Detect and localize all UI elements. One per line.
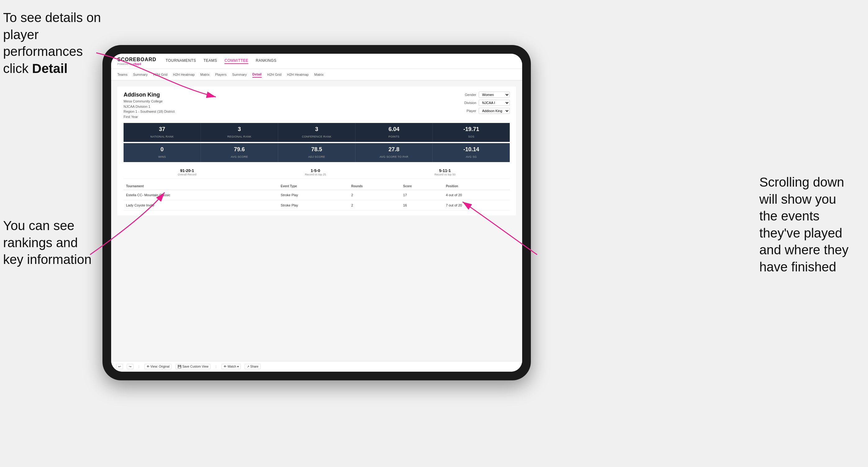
player-year: First Year [124, 114, 175, 120]
subnav-h2h-grid[interactable]: H2H Grid [153, 72, 167, 77]
avg-sg-value: -10.14 [435, 146, 507, 153]
regional-rank-label: Regional Rank [227, 135, 251, 138]
record-overall-label: Overall Record [178, 173, 196, 176]
table-row: Estella CC- Mountain Classic Stroke Play… [124, 190, 510, 200]
main-nav: TOURNAMENTS TEAMS COMMITTEE RANKINGS [166, 58, 277, 64]
subnav-h2h-heatmap[interactable]: H2H Heatmap [173, 72, 195, 77]
view-label: View: Original [151, 365, 170, 368]
stat-sos: -19.71 SoS [433, 123, 510, 142]
rounds-2: 2 [349, 200, 400, 211]
avg-score-value: 79.6 [203, 146, 275, 153]
record-top25: 1-5-0 Record vs top 25 [305, 168, 326, 176]
position-2: 7 out of 20 [443, 200, 510, 211]
save-label: Save Custom View [182, 365, 208, 368]
division-select[interactable]: NJCAA I [479, 100, 510, 106]
conference-rank-value: 3 [281, 126, 353, 132]
points-label: Points [389, 135, 399, 138]
nav-committee[interactable]: COMMITTEE [224, 58, 248, 64]
division-control: Division NJCAA I [464, 100, 510, 106]
nav-tournaments[interactable]: TOURNAMENTS [166, 58, 196, 64]
player-header: Addison King Mesa Community College NJCA… [124, 92, 510, 119]
adj-score-value: 78.5 [281, 146, 353, 153]
regional-rank-value: 3 [203, 126, 275, 132]
col-position: Position [443, 183, 510, 190]
wins-label: Wins [158, 155, 166, 158]
watch-icon: 👁 [223, 365, 227, 368]
subnav-players[interactable]: Players [215, 72, 227, 77]
record-top50-label: Record vs top 50 [434, 173, 456, 176]
division-label: Division [464, 101, 476, 105]
record-top50-value: 5-11-1 [434, 168, 456, 173]
national-rank-label: National Rank [150, 135, 174, 138]
share-label: Share [250, 365, 258, 368]
bottom-toolbar: ↩ ↪ | 👁 View: Original 💾 Save Custom Vie… [111, 361, 522, 372]
subnav-detail[interactable]: Detail [252, 71, 262, 77]
save-custom-button[interactable]: 💾 Save Custom View [176, 364, 211, 369]
share-button[interactable]: ↗ Share [245, 364, 261, 369]
undo-button[interactable]: ↩ [116, 364, 123, 369]
stat-national-rank: 37 National Rank [124, 123, 201, 142]
player-name: Addison King [124, 92, 175, 98]
event-type-1: Stroke Play [278, 190, 349, 200]
score-2: 16 [401, 200, 444, 211]
annotation-right: Scrolling down will show you the events … [760, 174, 865, 276]
position-1: 4 out of 20 [443, 190, 510, 200]
wins-value: 0 [126, 146, 198, 153]
record-top50: 5-11-1 Record vs top 50 [434, 168, 456, 176]
watch-button[interactable]: 👁 Watch ▾ [221, 364, 241, 369]
nav-teams[interactable]: TEAMS [204, 58, 217, 64]
subnav-teams[interactable]: Teams [117, 72, 127, 77]
conference-rank-label: Conference Rank [302, 135, 331, 138]
avg-score-par-value: 27.8 [358, 146, 430, 153]
sub-nav: Teams Summary H2H Grid H2H Heatmap Matri… [111, 69, 522, 81]
save-icon: 💾 [178, 365, 181, 368]
subnav-matrix[interactable]: Matrix [200, 72, 210, 77]
subnav-h2h-grid2[interactable]: H2H Grid [267, 72, 282, 77]
player-card: Addison King Mesa Community College NJCA… [117, 87, 516, 216]
logo-scoreboard: SCOREBOARD [117, 57, 156, 62]
record-overall: 91-20-1 Overall Record [178, 168, 196, 176]
stats-row-2: 0 Wins 79.6 Avg Score 78.5 Adj Score 27.… [124, 143, 510, 162]
gender-select[interactable]: Women [479, 92, 510, 98]
stat-points: 6.04 Points [355, 123, 433, 142]
top-nav: SCOREBOARD Powered by clippd TOURNAMENTS… [111, 54, 522, 69]
score-1: 17 [401, 190, 444, 200]
annotation-bottom-left: You can see rankings and key information [3, 217, 102, 268]
watch-label: Watch [227, 365, 236, 368]
event-type-2: Stroke Play [278, 200, 349, 211]
redo-button[interactable]: ↪ [127, 364, 133, 369]
view-original-button[interactable]: 👁 View: Original [144, 364, 172, 369]
subnav-summary2[interactable]: Summary [232, 72, 247, 77]
tournament-table: Tournament Event Type Rounds Score Posit… [124, 183, 510, 211]
adj-score-label: Adj Score [308, 155, 325, 158]
tablet-screen: SCOREBOARD Powered by clippd TOURNAMENTS… [111, 54, 522, 372]
avg-score-par-label: Avg Score to Par [380, 155, 408, 158]
record-overall-value: 91-20-1 [178, 168, 196, 173]
annotation-top-left: To see details on player performances cl… [3, 9, 102, 77]
view-icon: 👁 [147, 365, 150, 368]
tournament-name-1: Estella CC- Mountain Classic [124, 190, 278, 200]
logo-powered: Powered by clippd [117, 62, 156, 65]
stat-regional-rank: 3 Regional Rank [201, 123, 278, 142]
player-division: NJCAA Division 1 [124, 104, 175, 109]
subnav-matrix2[interactable]: Matrix [314, 72, 323, 77]
stat-wins: 0 Wins [124, 143, 201, 162]
sos-value: -19.71 [435, 126, 507, 132]
separator-1: | [138, 365, 140, 368]
tournament-name-2: Lady Coyote Invite [124, 200, 278, 211]
subnav-h2h-heatmap2[interactable]: H2H Heatmap [287, 72, 309, 77]
gender-label: Gender [465, 93, 476, 97]
player-select[interactable]: Addison King [479, 108, 510, 114]
record-top25-value: 1-5-0 [305, 168, 326, 173]
national-rank-value: 37 [126, 126, 198, 132]
record-top25-label: Record vs top 25 [305, 173, 326, 176]
stats-row-1: 37 National Rank 3 Regional Rank 3 Confe… [124, 123, 510, 142]
col-rounds: Rounds [349, 183, 400, 190]
player-controls: Gender Women Division NJCAA I [464, 92, 510, 114]
subnav-summary[interactable]: Summary [133, 72, 148, 77]
stat-avg-score-par: 27.8 Avg Score to Par [355, 143, 433, 162]
avg-score-label: Avg Score [231, 155, 248, 158]
nav-rankings[interactable]: RANKINGS [256, 58, 277, 64]
stat-avg-sg: -10.14 Avg SG [433, 143, 510, 162]
stat-avg-score: 79.6 Avg Score [201, 143, 278, 162]
